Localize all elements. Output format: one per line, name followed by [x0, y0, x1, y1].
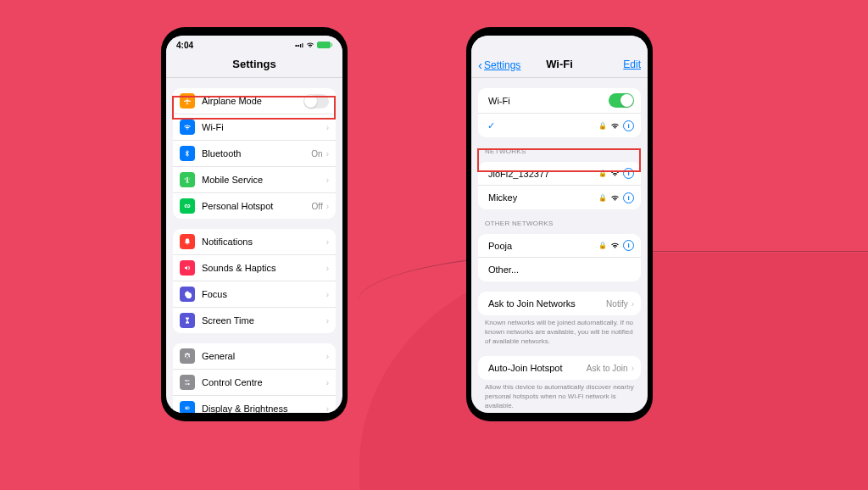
- wifi-header: ‹ Settings Wi-Fi Edit: [471, 54, 648, 78]
- brightness-icon: [180, 401, 195, 413]
- row-value: Notify: [606, 299, 628, 309]
- settings-content[interactable]: Airplane Mode Wi-Fi › Bluetooth On › Mob…: [166, 78, 342, 413]
- row-screen-time[interactable]: Screen Time ›: [173, 308, 336, 333]
- ask-join-group: Ask to Join Networks Notify ›: [478, 292, 641, 315]
- bell-icon: [180, 234, 195, 249]
- chevron-right-icon: ›: [326, 290, 329, 299]
- row-mobile-service[interactable]: Mobile Service ›: [173, 167, 336, 193]
- row-display-brightness[interactable]: Display & Brightness ›: [173, 396, 336, 413]
- row-wifi[interactable]: Wi-Fi ›: [173, 114, 336, 141]
- row-label: General: [202, 351, 326, 361]
- auto-join-group: Auto-Join Hotspot Ask to Join ›: [478, 356, 641, 380]
- svg-point-2: [188, 383, 190, 385]
- chevron-left-icon: ‹: [478, 58, 482, 72]
- wifi-status-icon: [306, 42, 314, 48]
- row-notifications[interactable]: Notifications ›: [173, 229, 336, 255]
- hotspot-icon: [180, 198, 195, 214]
- svg-point-0: [185, 380, 186, 381]
- chevron-right-icon: ›: [326, 149, 329, 159]
- chevron-right-icon: ›: [632, 299, 634, 309]
- row-label: Control Centre: [202, 377, 326, 387]
- back-button[interactable]: ‹ Settings: [478, 58, 520, 72]
- back-label: Settings: [484, 59, 520, 71]
- chevron-right-icon: ›: [326, 123, 329, 132]
- row-connected-network[interactable]: ✓ 🔒 i: [478, 114, 641, 137]
- wifi-signal-icon: [610, 122, 620, 130]
- row-label: Personal Hotspot: [202, 201, 312, 211]
- row-airplane-mode[interactable]: Airplane Mode: [173, 88, 336, 114]
- row-personal-hotspot[interactable]: Personal Hotspot Off ›: [173, 193, 336, 219]
- row-auto-join[interactable]: Auto-Join Hotspot Ask to Join ›: [478, 356, 641, 380]
- row-bluetooth[interactable]: Bluetooth On ›: [173, 141, 336, 167]
- other-networks-header: OTHER NETWORKS: [485, 220, 634, 227]
- settings-group-general: General › Control Centre › Display & Bri…: [173, 343, 336, 413]
- chevron-right-icon: ›: [632, 364, 634, 373]
- checkmark-icon: ✓: [485, 120, 497, 131]
- network-name: Pooja: [485, 241, 598, 251]
- row-control-centre[interactable]: Control Centre ›: [173, 370, 336, 396]
- row-label: Airplane Mode: [202, 96, 303, 106]
- row-focus[interactable]: Focus ›: [173, 281, 336, 308]
- row-general[interactable]: General ›: [173, 343, 336, 370]
- phone-right: ‹ Settings Wi-Fi Edit Wi-Fi ✓ 🔒: [466, 27, 653, 421]
- status-bar: [471, 36, 648, 54]
- info-icon[interactable]: i: [623, 168, 634, 179]
- row-network[interactable]: Pooja 🔒 i: [478, 234, 641, 258]
- chevron-right-icon: ›: [326, 202, 329, 211]
- chevron-right-icon: ›: [326, 237, 329, 247]
- wifi-signal-icon: [610, 170, 620, 177]
- wifi-content[interactable]: Wi-Fi ✓ 🔒 i NETWORKS JioFi2_132377: [471, 78, 648, 413]
- network-indicators: 🔒 i: [598, 168, 634, 179]
- row-label: Focus: [202, 289, 326, 299]
- moon-icon: [180, 287, 195, 302]
- row-other[interactable]: Other...: [478, 258, 641, 281]
- screen-wifi: ‹ Settings Wi-Fi Edit Wi-Fi ✓ 🔒: [471, 36, 648, 413]
- row-label: Bluetooth: [202, 148, 311, 159]
- lock-icon: 🔒: [598, 194, 607, 202]
- svg-rect-3: [186, 384, 188, 385]
- other-networks-group: Pooja 🔒 i Other...: [478, 234, 641, 281]
- wifi-toggle[interactable]: [609, 93, 634, 108]
- chevron-right-icon: ›: [326, 264, 329, 273]
- status-right: ••ıl: [295, 42, 332, 49]
- info-icon[interactable]: i: [623, 240, 634, 251]
- bluetooth-icon: [180, 146, 195, 161]
- row-value: On: [311, 149, 322, 159]
- row-sounds-haptics[interactable]: Sounds & Haptics ›: [173, 255, 336, 281]
- row-network[interactable]: JioFi2_132377 🔒 i: [478, 162, 641, 186]
- airplane-toggle[interactable]: [303, 94, 329, 109]
- info-icon[interactable]: i: [623, 192, 634, 203]
- other-label: Other...: [485, 264, 634, 275]
- chevron-right-icon: ›: [326, 378, 329, 387]
- svg-rect-5: [186, 408, 187, 409]
- chevron-right-icon: ›: [326, 404, 329, 414]
- row-value: Off: [312, 202, 323, 211]
- edit-button[interactable]: Edit: [623, 58, 641, 70]
- row-label: Mobile Service: [202, 175, 326, 185]
- status-time: 4:04: [176, 41, 193, 50]
- auto-join-note: Allow this device to automatically disco…: [485, 383, 634, 410]
- antenna-icon: [180, 172, 195, 187]
- row-label: Sounds & Haptics: [202, 263, 326, 273]
- row-label: Screen Time: [202, 315, 326, 326]
- chevron-right-icon: ›: [326, 316, 329, 326]
- row-wifi-toggle[interactable]: Wi-Fi: [478, 88, 641, 114]
- ask-join-note: Known networks will be joined automatica…: [485, 319, 634, 346]
- settings-group-connectivity: Airplane Mode Wi-Fi › Bluetooth On › Mob…: [173, 88, 336, 219]
- row-label: Wi-Fi: [485, 96, 609, 106]
- chevron-right-icon: ›: [326, 352, 329, 361]
- status-bar: 4:04 ••ıl: [166, 36, 342, 54]
- lock-icon: 🔒: [598, 122, 607, 130]
- svg-rect-1: [187, 381, 190, 381]
- settings-group-notifications: Notifications › Sounds & Haptics › Focus…: [173, 229, 336, 333]
- settings-header: Settings: [166, 54, 342, 78]
- battery-icon: [317, 42, 332, 48]
- signal-icon: ••ıl: [295, 42, 303, 49]
- row-label: Notifications: [202, 237, 326, 247]
- hourglass-icon: [180, 313, 195, 328]
- info-icon[interactable]: i: [623, 120, 634, 131]
- row-network[interactable]: Mickey 🔒 i: [478, 186, 641, 209]
- sound-icon: [180, 260, 195, 276]
- row-ask-join[interactable]: Ask to Join Networks Notify ›: [478, 292, 641, 315]
- screen-settings: 4:04 ••ıl Settings Airplane Mode Wi-Fi: [166, 36, 342, 413]
